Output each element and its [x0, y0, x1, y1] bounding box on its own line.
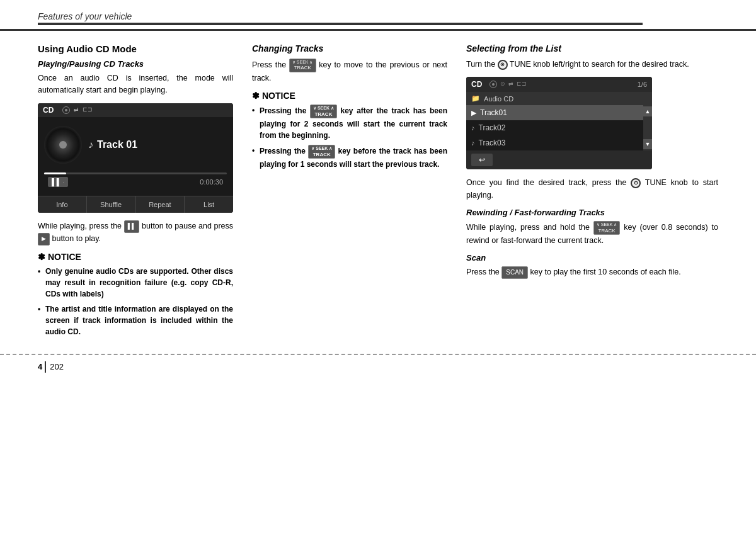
- cd-list-row-2[interactable]: ♪ Track02: [466, 120, 652, 135]
- once-text-1: Once you find the desired track, press t…: [466, 178, 626, 187]
- cd-bottom-buttons: Info Shuffle Repeat List: [38, 196, 233, 213]
- right-column: Selecting from the List Turn the ⊙ TUNE …: [466, 43, 718, 341]
- notice-star-2: ✽: [252, 91, 260, 101]
- while-playing-text: While playing, press the ▌▌ button to pa…: [38, 220, 233, 246]
- cd-list-row-1[interactable]: ▶ Track01: [466, 105, 652, 120]
- middle-notice-title: ✽ NOTICE: [252, 91, 447, 101]
- cd-list-folder-header: 📁 Audio CD: [466, 92, 652, 105]
- music-note-icon-3: ♪: [471, 139, 475, 147]
- changing-tracks-text: Press the ∨ SEEK ∧ TRACK key to move to …: [252, 59, 447, 84]
- scan-text: Press the SCAN key to play the first 10 …: [466, 266, 718, 279]
- seek-btn-notice-2: ∨ SEEK ∧ TRACK: [308, 145, 335, 159]
- once-text: Once you find the desired track, press t…: [466, 177, 718, 201]
- while-playing-text-3: button to play.: [52, 234, 101, 243]
- cd-track-2: Track02: [479, 123, 506, 132]
- seek-top: ∨ SEEK ∧: [292, 60, 313, 65]
- cd-btn-list[interactable]: List: [185, 196, 233, 213]
- seek-bot: TRACK: [294, 65, 311, 71]
- music-note-icon-2: ♪: [471, 124, 475, 132]
- cd-label: CD: [43, 106, 54, 115]
- press-text: Press the: [252, 60, 286, 69]
- scroll-down-button[interactable]: ▼: [643, 139, 652, 149]
- cd-track-name: Track 01: [97, 139, 137, 150]
- scan-text-2: key to play the first 10 seconds of each…: [530, 268, 681, 277]
- cd-track-info: ♪ Track 01: [88, 139, 137, 150]
- middle-notice-item-2: Pressing the ∨ SEEK ∧ TRACK key before t…: [252, 145, 447, 170]
- cd-list-icon-3: ⇄: [508, 81, 513, 88]
- select-text: Turn the ⊙ TUNE knob left/right to searc…: [466, 59, 718, 71]
- cd-time: 0:00:30: [200, 178, 223, 186]
- scan-button: SCAN: [501, 266, 528, 279]
- cd-list-scrollbar: ▲ ▼: [643, 105, 652, 150]
- cd-btn-repeat[interactable]: Repeat: [136, 196, 185, 213]
- left-notice-title: ✽ NOTICE: [38, 252, 233, 262]
- middle-notice-list: Pressing the ∨ SEEK ∧ TRACK key after th…: [252, 104, 447, 170]
- cd-controls-row: ▌▌ · 0:00:30: [44, 177, 227, 192]
- cd-progress-area: ▌▌ · 0:00:30: [38, 172, 233, 196]
- cd-status-icons: ⇄ ⊏⊐: [62, 106, 93, 114]
- cd-list-display: CD ⊙ ⇄ ⊏⊐ 1/6 📁 Audio CD ▶ Track01: [466, 77, 652, 169]
- folder-icon: 📁: [471, 94, 480, 103]
- seek-track-button-2: ∨ SEEK ∧ TRACK: [593, 221, 621, 235]
- page-footer: 4 202: [0, 354, 756, 379]
- notice-star: ✽: [38, 252, 45, 262]
- footer-page-number: 202: [50, 362, 64, 371]
- while-playing-text-2: button to pause and press: [142, 222, 233, 230]
- seek-track-button-1: ∨ SEEK ∧ TRACK: [289, 59, 316, 72]
- middle-notice: ✽ NOTICE Pressing the ∨ SEEK ∧ TRACK key…: [252, 91, 447, 170]
- cd-progress-fill: [44, 172, 66, 174]
- cd-btn-info[interactable]: Info: [38, 196, 87, 213]
- seek-btn-notice-1: ∨ SEEK ∧ TRACK: [310, 104, 337, 118]
- cd-btn-shuffle[interactable]: Shuffle: [87, 196, 136, 213]
- left-notice-list: Only genuine audio CDs are supported. Ot…: [38, 266, 233, 337]
- cd-track-1: Track01: [480, 108, 507, 117]
- cd-list-row-3[interactable]: ♪ Track03: [466, 135, 652, 150]
- scroll-up-button[interactable]: ▲: [643, 106, 652, 116]
- pause-icon: ▌▌: [52, 178, 62, 186]
- scan-text-1: Press the: [466, 268, 500, 277]
- while-playing-text-1: While playing, press the: [38, 222, 122, 230]
- rewind-title: Rewinding / Fast-forwarding Tracks: [466, 208, 718, 217]
- left-sub-title: Playing/Pausing CD Tracks: [38, 59, 233, 69]
- cd-progress-bar: [44, 172, 227, 174]
- cd-list-folder-name: Audio CD: [484, 95, 513, 103]
- cd-list-rows-wrapper: ▶ Track01 ♪ Track02 ♪ Track03 ▲ ▼: [466, 105, 652, 150]
- cd-disc-center: [59, 141, 67, 149]
- footer-separator: [45, 361, 46, 373]
- left-column: Using Audio CD Mode Playing/Pausing CD T…: [38, 43, 252, 341]
- footer-section-number: 4: [38, 362, 42, 371]
- cd-pause-button[interactable]: ▌▌ ·: [48, 177, 68, 187]
- select-text-2: TUNE knob left/right to search for the d…: [510, 60, 689, 69]
- cd-main-area: ♪ Track 01: [38, 117, 233, 172]
- changing-tracks-title: Changing Tracks: [252, 43, 447, 54]
- pause-button-inline: ▌▌: [124, 220, 140, 233]
- dot-separator: ·: [63, 179, 65, 185]
- left-notice-item-2: The artist and title information are dis…: [38, 303, 233, 337]
- cd-icon-arrows: ⇄: [74, 106, 79, 114]
- cd-disc-icon: [44, 126, 82, 164]
- tune-knob-icon-2: ⊙: [631, 178, 641, 188]
- middle-notice-item-1: Pressing the ∨ SEEK ∧ TRACK key after th…: [252, 104, 447, 141]
- content-area: Using Audio CD Mode Playing/Pausing CD T…: [0, 31, 756, 347]
- music-note-icon: ♪: [88, 139, 93, 150]
- cd-list-status-icons: ⊙ ⇄ ⊏⊐: [490, 81, 527, 88]
- main-section-title: Using Audio CD Mode: [38, 43, 233, 54]
- cd-list-back-button[interactable]: ↩: [471, 154, 493, 166]
- cd-list-bottom: ↩: [466, 150, 652, 169]
- play-button-inline: ▶: [38, 233, 50, 246]
- cd-status-icon-1: [62, 106, 70, 114]
- cd-list-icon-2: ⊙: [500, 81, 505, 88]
- cd-list-label: CD: [471, 80, 482, 89]
- scan-title: Scan: [466, 253, 718, 263]
- rewind-text: While playing, press and hold the ∨ SEEK…: [466, 221, 718, 247]
- cd-list-icon-1: [490, 81, 497, 88]
- rewind-text-1: While playing, press and hold the: [466, 223, 590, 232]
- notice-word: NOTICE: [48, 252, 81, 262]
- page-header: Features of your vehicle: [0, 0, 756, 31]
- header-title: Features of your vehicle: [38, 11, 718, 21]
- notice-word-2: NOTICE: [262, 91, 295, 101]
- selecting-from-list-title: Selecting from the List: [466, 43, 718, 54]
- cd-list-top-bar: CD ⊙ ⇄ ⊏⊐ 1/6: [466, 77, 652, 92]
- cd-player-display: CD ⇄ ⊏⊐ ♪ Track 01: [38, 103, 233, 213]
- middle-column: Changing Tracks Press the ∨ SEEK ∧ TRACK…: [252, 43, 466, 341]
